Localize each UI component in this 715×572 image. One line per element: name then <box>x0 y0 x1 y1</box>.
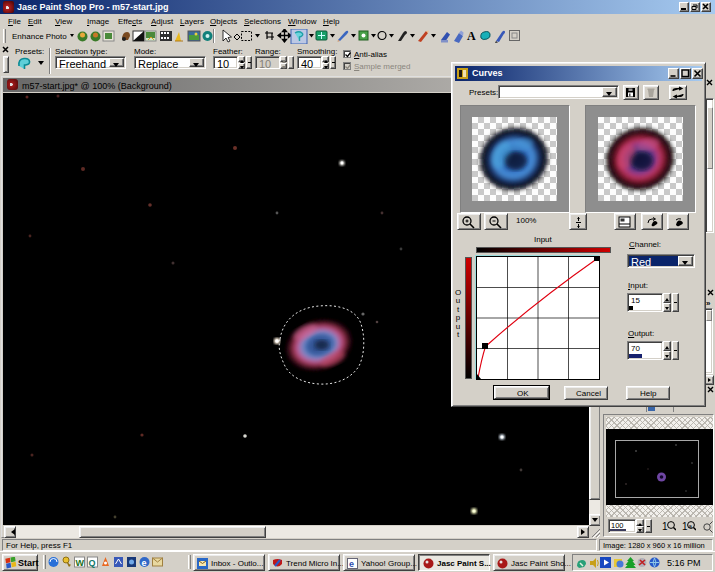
svg-text:1: 1 <box>682 521 688 532</box>
svg-text:e: e <box>349 559 354 569</box>
svg-text:1: 1 <box>662 521 668 532</box>
svg-text:e: e <box>142 558 147 568</box>
svg-text:Q: Q <box>89 558 96 568</box>
svg-text:W: W <box>76 558 85 568</box>
svg-text:a: a <box>689 523 693 529</box>
svg-text:A: A <box>467 29 476 43</box>
